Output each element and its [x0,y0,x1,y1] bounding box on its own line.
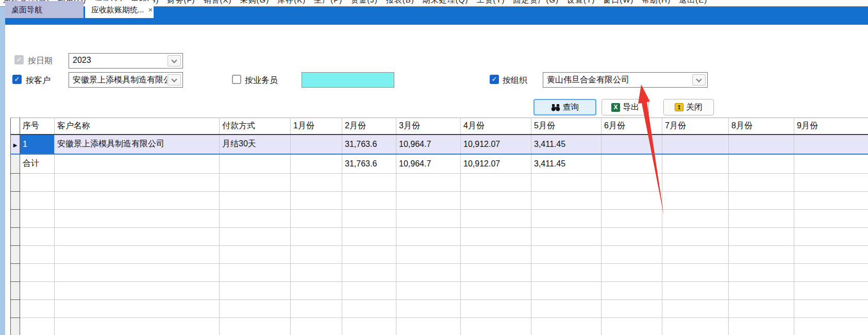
cell-payment[interactable] [220,154,291,174]
cell-empty[interactable] [729,282,794,300]
cell-empty[interactable] [729,210,794,228]
cell-empty[interactable] [794,210,868,228]
table-row-empty[interactable] [11,210,868,228]
cell-empty[interactable] [794,318,868,335]
cell-empty[interactable] [396,318,461,335]
cell-m3[interactable]: 10,964.7 [396,135,461,154]
cell-payment[interactable]: 月结30天 [220,135,291,154]
cell-empty[interactable] [729,174,794,192]
cell-empty[interactable] [342,246,396,264]
col-header-m9[interactable]: 9月份 [794,118,868,135]
customer-select-drop-button[interactable] [168,74,181,86]
col-header-m2[interactable]: 2月份 [342,118,396,135]
cell-empty[interactable] [531,318,602,335]
cell-empty[interactable] [291,300,342,318]
cell-empty[interactable] [396,300,461,318]
cell-empty[interactable] [220,174,291,192]
cell-empty[interactable] [20,174,55,192]
cell-empty[interactable] [794,300,868,318]
table-row-empty[interactable] [11,246,868,264]
cell-empty[interactable] [55,192,220,210]
table-row-empty[interactable] [11,264,868,282]
cell-empty[interactable] [291,318,342,335]
cell-m1[interactable] [291,154,342,174]
cell-m2[interactable]: 31,763.6 [342,154,396,174]
cell-customer[interactable]: 安徽景上添模具制造有限公司 [55,135,220,154]
col-header-m6[interactable]: 6月份 [602,118,662,135]
cell-empty[interactable] [662,264,729,282]
cell-empty[interactable] [602,300,662,318]
query-button[interactable]: 查询 [533,99,596,115]
table-row-empty[interactable] [11,318,868,335]
cell-empty[interactable] [55,174,220,192]
col-header-m8[interactable]: 8月份 [729,118,794,135]
org-select-drop-button[interactable] [692,74,706,86]
cell-empty[interactable] [602,282,662,300]
cell-m7[interactable] [662,135,729,154]
table-row-empty[interactable] [11,192,868,210]
table-row-empty[interactable] [11,228,868,246]
tab-desktop-nav[interactable]: 桌面导航 [5,1,84,18]
export-button[interactable]: X 导出 [602,99,649,115]
cell-empty[interactable] [342,282,396,300]
cell-m4[interactable]: 10,912.07 [461,154,531,174]
cell-empty[interactable] [55,282,220,300]
cell-empty[interactable] [220,228,291,246]
cell-empty[interactable] [461,246,531,264]
cell-empty[interactable] [794,246,868,264]
customer-select[interactable]: 安徽景上添模具制造有限公司 [69,72,183,88]
cell-empty[interactable] [20,300,55,318]
cell-empty[interactable] [291,282,342,300]
cell-empty[interactable] [220,246,291,264]
cell-empty[interactable] [662,282,729,300]
cell-empty[interactable] [729,264,794,282]
cell-empty[interactable] [20,246,55,264]
cell-empty[interactable] [531,228,602,246]
cell-empty[interactable] [602,264,662,282]
cell-m5[interactable]: 3,411.45 [531,135,602,154]
cell-empty[interactable] [461,300,531,318]
cell-empty[interactable] [291,210,342,228]
cell-empty[interactable] [531,282,602,300]
cell-empty[interactable] [220,282,291,300]
cell-m2[interactable]: 31,763.6 [342,135,396,154]
cell-empty[interactable] [602,228,662,246]
cell-empty[interactable] [794,228,868,246]
cell-empty[interactable] [342,264,396,282]
col-header-m4[interactable]: 4月份 [461,118,531,135]
cell-empty[interactable] [461,192,531,210]
cell-empty[interactable] [396,210,461,228]
cell-empty[interactable] [602,174,662,192]
col-header-m5[interactable]: 5月份 [531,118,602,135]
cell-empty[interactable] [55,318,220,335]
table-row-empty[interactable] [11,282,868,300]
cell-empty[interactable] [662,300,729,318]
cell-m6[interactable] [602,135,662,154]
col-header-m7[interactable]: 7月份 [662,118,729,135]
cell-empty[interactable] [396,246,461,264]
col-header-seq[interactable]: 序号 [20,118,55,135]
cell-empty[interactable] [220,264,291,282]
by-org-checkbox[interactable]: ✓ [490,75,499,84]
cell-empty[interactable] [662,210,729,228]
cell-empty[interactable] [794,282,868,300]
cell-m9[interactable] [794,135,868,154]
cell-empty[interactable] [55,300,220,318]
cell-empty[interactable] [291,264,342,282]
col-header-customer[interactable]: 客户名称 [55,118,220,135]
cell-empty[interactable] [20,228,55,246]
cell-empty[interactable] [794,174,868,192]
cell-customer[interactable] [55,154,220,174]
cell-empty[interactable] [662,246,729,264]
cell-empty[interactable] [342,210,396,228]
cell-empty[interactable] [396,174,461,192]
org-select[interactable]: 黄山伟旦合金有限公司 [543,72,708,88]
cell-m9[interactable] [794,154,868,174]
close-button[interactable]: ↥ 关闭 [663,99,714,115]
cell-empty[interactable] [396,192,461,210]
table-row-selected[interactable]: ▶ 1 安徽景上添模具制造有限公司 月结30天 31,763.6 10,964.… [11,135,868,154]
cell-m8[interactable] [729,154,794,174]
salesman-input[interactable] [302,72,394,88]
cell-empty[interactable] [729,300,794,318]
cell-empty[interactable] [531,246,602,264]
